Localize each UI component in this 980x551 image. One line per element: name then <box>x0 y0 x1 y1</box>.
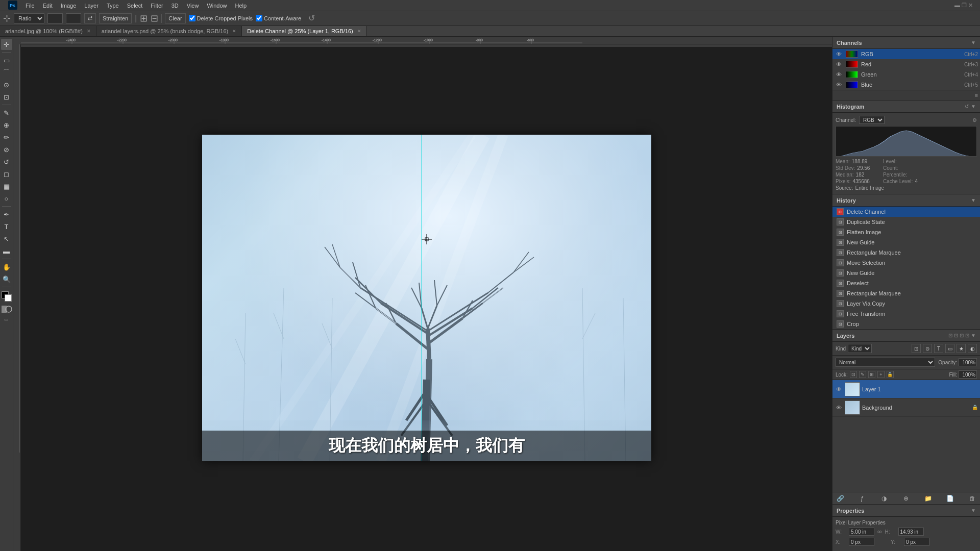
height-input[interactable] <box>66 13 81 23</box>
channel-rgb[interactable]: 👁 RGB Ctrl+2 <box>832 49 980 59</box>
delete-layer-btn[interactable]: 🗑 <box>968 494 977 503</box>
dodge-tool[interactable]: ○ <box>1 193 12 204</box>
menu-filter[interactable]: Filter <box>146 2 167 10</box>
fill-input[interactable] <box>959 370 977 379</box>
eraser-tool[interactable]: ◻ <box>1 168 12 180</box>
channel-rgb-eye[interactable]: 👁 <box>835 50 843 58</box>
tab-0[interactable]: ariandel.jpg @ 100% (RGB/8#) ✕ <box>0 26 96 36</box>
quick-mask-btn[interactable] <box>2 306 12 314</box>
content-aware-checkbox[interactable] <box>256 15 262 21</box>
menu-select[interactable]: Select <box>123 2 147 10</box>
history-item-11[interactable]: ⊡ Crop <box>832 319 980 329</box>
history-item-1[interactable]: ⊡ Duplicate State <box>832 217 980 227</box>
layer-row-1[interactable]: 👁 Background 🔒 <box>832 398 980 417</box>
brush-tool[interactable]: ✏ <box>1 132 12 143</box>
w-input[interactable] <box>849 528 874 536</box>
link-dimensions-icon[interactable]: ∞ <box>877 528 882 535</box>
clear-btn[interactable]: Clear <box>165 13 185 23</box>
background-color[interactable] <box>5 294 12 302</box>
menu-help[interactable]: Help <box>231 2 251 10</box>
filter-text-btn[interactable]: T <box>934 344 943 353</box>
tab-1-close[interactable]: ✕ <box>232 29 236 34</box>
menu-layer[interactable]: Layer <box>80 2 103 10</box>
histogram-collapse[interactable]: ▼ <box>971 104 976 109</box>
history-item-9[interactable]: ⊡ Layer Via Copy <box>832 298 980 309</box>
properties-collapse[interactable]: ▼ <box>971 508 976 513</box>
crop-tool[interactable]: ⊡ <box>1 91 12 103</box>
delete-cropped-label[interactable]: Delete Cropped Pixels <box>189 15 253 21</box>
channel-red-eye[interactable]: 👁 <box>835 60 843 68</box>
path-select-tool[interactable]: ↖ <box>1 233 12 244</box>
tab-1[interactable]: ariandel layers.psd @ 25% (brush dodge, … <box>96 26 242 36</box>
add-mask-btn[interactable]: ◑ <box>879 494 889 503</box>
color-boxes[interactable] <box>2 291 12 302</box>
layers-kind-select[interactable]: Kind <box>848 344 872 353</box>
ratio-dropdown[interactable]: Ratio <box>14 13 44 23</box>
x-input[interactable] <box>849 538 874 546</box>
layer-row-0[interactable]: 👁 Layer 1 <box>832 380 980 398</box>
histogram-settings-btn[interactable]: ⚙ <box>972 117 977 123</box>
delete-cropped-checkbox[interactable] <box>189 15 195 21</box>
new-layer-btn[interactable]: 📄 <box>946 494 955 503</box>
menu-ps[interactable]: Ps <box>4 0 21 12</box>
history-item-0[interactable]: D Delete Channel <box>832 207 980 217</box>
history-brush-tool[interactable]: ↺ <box>1 156 12 167</box>
zoom-tool[interactable]: 🔍 <box>1 273 12 285</box>
lock-transparent-btn[interactable]: ⊡ <box>850 371 857 378</box>
history-item-7[interactable]: ⊡ Deselect <box>832 278 980 288</box>
shape-tool[interactable]: ▬ <box>1 245 12 257</box>
channel-blue-eye[interactable]: 👁 <box>835 81 843 89</box>
channels-menu-btn[interactable]: ≡ <box>975 92 978 98</box>
layers-btn-2[interactable]: ⊡ <box>954 333 958 338</box>
history-item-3[interactable]: ⊡ New Guide <box>832 237 980 247</box>
layers-btn-4[interactable]: ⊡ <box>965 333 969 338</box>
channels-panel-collapse[interactable]: ▼ <box>971 40 976 45</box>
lasso-tool[interactable]: ⌒ <box>1 67 12 78</box>
history-item-5[interactable]: ⊡ Move Selection <box>832 258 980 268</box>
layer-1-eye[interactable]: 👁 <box>835 404 843 412</box>
menu-window[interactable]: Window <box>203 2 231 10</box>
menu-image[interactable]: Image <box>57 2 81 10</box>
filter-toggle-btn[interactable]: ◐ <box>968 344 977 353</box>
text-tool[interactable]: T <box>1 221 12 232</box>
filter-smart-btn[interactable]: ★ <box>957 344 966 353</box>
filter-adjust-btn[interactable]: ⊙ <box>923 344 932 353</box>
new-group-btn[interactable]: 📁 <box>924 494 933 503</box>
layers-btn-1[interactable]: ⊡ <box>948 333 952 338</box>
lock-artboard-btn[interactable]: ⊞ <box>868 371 875 378</box>
layer-0-eye[interactable]: 👁 <box>835 385 843 393</box>
menu-3d[interactable]: 3D <box>167 2 183 10</box>
blend-mode-select[interactable]: Normal <box>836 358 935 367</box>
swap-dimensions-btn[interactable]: ⇄ <box>84 13 96 23</box>
y-input[interactable] <box>904 538 929 546</box>
clone-tool[interactable]: ⊘ <box>1 144 12 155</box>
history-item-4[interactable]: ⊡ Rectangular Marquee <box>832 247 980 258</box>
new-adjustment-btn[interactable]: ⊕ <box>901 494 911 503</box>
histogram-channel-select[interactable]: RGB <box>859 116 885 124</box>
history-item-8[interactable]: ⊡ Rectangular Marquee <box>832 288 980 298</box>
healing-tool[interactable]: ⊕ <box>1 119 12 131</box>
channel-green-eye[interactable]: 👁 <box>835 70 843 79</box>
channel-green[interactable]: 👁 Green Ctrl+4 <box>832 69 980 80</box>
quick-select-tool[interactable]: ⊙ <box>1 79 12 90</box>
menu-file[interactable]: File <box>21 2 39 10</box>
tab-2-close[interactable]: ✕ <box>357 29 361 34</box>
move-tool[interactable]: ✛ <box>1 39 12 50</box>
link-layers-btn[interactable]: 🔗 <box>836 494 845 503</box>
add-style-btn[interactable]: ƒ <box>857 494 867 503</box>
menu-view[interactable]: View <box>183 2 203 10</box>
screen-mode-btn[interactable]: ▭ <box>4 317 9 322</box>
filter-pixel-btn[interactable]: ⊡ <box>912 344 921 353</box>
channel-red[interactable]: 👁 Red Ctrl+3 <box>832 59 980 69</box>
channel-blue[interactable]: 👁 Blue Ctrl+5 <box>832 80 980 90</box>
lock-position-btn[interactable]: + <box>877 371 885 378</box>
histogram-refresh-btn[interactable]: ↺ <box>965 104 969 109</box>
filter-shape-btn[interactable]: ▭ <box>945 344 954 353</box>
opacity-input[interactable] <box>959 358 977 366</box>
layers-btn-3[interactable]: ⊡ <box>960 333 964 338</box>
menu-edit[interactable]: Edit <box>39 2 57 10</box>
history-item-6[interactable]: ⊡ New Guide <box>832 268 980 278</box>
marquee-tool[interactable]: ▭ <box>1 55 12 66</box>
layers-collapse[interactable]: ▼ <box>971 333 976 338</box>
history-collapse[interactable]: ▼ <box>971 197 976 203</box>
